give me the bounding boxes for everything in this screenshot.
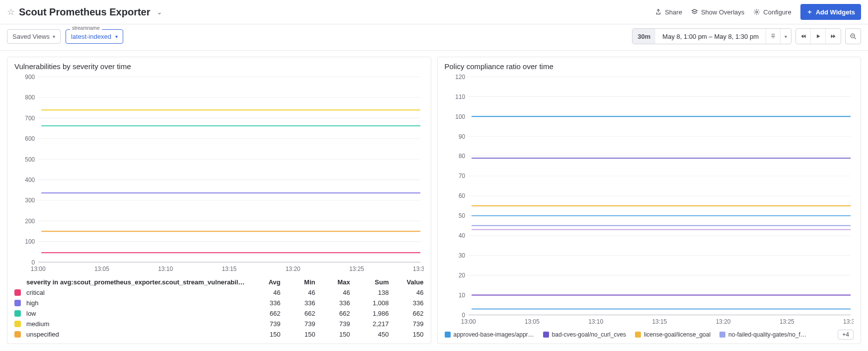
color-swatch	[14, 300, 21, 306]
table-row[interactable]: high 336 336 336 1,008 336	[14, 298, 424, 308]
svg-text:40: 40	[458, 232, 465, 239]
svg-text:13:30: 13:30	[843, 318, 854, 325]
svg-text:500: 500	[25, 156, 35, 163]
color-swatch	[14, 289, 21, 296]
svg-text:0: 0	[462, 312, 465, 319]
svg-text:200: 200	[25, 218, 35, 225]
svg-text:0: 0	[32, 259, 35, 266]
svg-text:13:15: 13:15	[222, 265, 237, 272]
table-row[interactable]: critical 46 46 46 138 46	[14, 287, 424, 298]
policy-legend: approved-base-images/appr…bad-cves-goal/…	[445, 330, 854, 340]
svg-text:13:25: 13:25	[349, 265, 364, 272]
chevron-down-icon: ▾	[115, 34, 118, 39]
svg-text:60: 60	[458, 192, 465, 199]
time-picker[interactable]: 30m May 8, 1:00 pm – May 8, 1:30 pm ▾	[632, 28, 791, 44]
forward-button[interactable]	[826, 29, 841, 44]
svg-text:70: 70	[458, 173, 465, 179]
svg-text:900: 900	[25, 74, 35, 81]
table-row[interactable]: medium 739 739 739 2,217 739	[14, 319, 424, 329]
svg-text:120: 120	[455, 74, 465, 81]
svg-text:13:20: 13:20	[715, 318, 730, 325]
star-icon[interactable]: ☆	[7, 6, 15, 17]
saved-views-dropdown[interactable]: Saved Views ▾	[7, 29, 61, 44]
page-title: Scout Prometheus Exporter	[19, 6, 151, 18]
share-button[interactable]: Share	[655, 8, 682, 16]
svg-text:13:30: 13:30	[413, 265, 423, 272]
severity-label: high	[26, 299, 246, 307]
layers-icon	[691, 8, 698, 15]
add-widgets-button[interactable]: ＋ Add Widgets	[800, 4, 861, 20]
svg-text:13:05: 13:05	[524, 318, 539, 325]
panel-title: Vulnerabilities by severity over time	[14, 62, 424, 71]
severity-label: low	[26, 310, 246, 317]
svg-text:100: 100	[25, 238, 35, 245]
table-row[interactable]: low 662 662 662 1,986 662	[14, 308, 424, 319]
svg-text:50: 50	[458, 212, 465, 219]
color-swatch	[719, 332, 725, 338]
severity-label: critical	[26, 289, 246, 296]
svg-text:13:00: 13:00	[31, 265, 46, 272]
vuln-chart[interactable]: 010020030040050060070080090013:0013:0513…	[14, 74, 424, 274]
svg-text:13:05: 13:05	[94, 265, 109, 272]
metric-header: severity in avg:scout_prometheus_exporte…	[26, 278, 246, 286]
color-swatch	[14, 321, 21, 327]
svg-text:100: 100	[455, 113, 465, 120]
svg-text:800: 800	[25, 94, 35, 101]
svg-text:13:00: 13:00	[461, 318, 475, 325]
svg-text:13:10: 13:10	[158, 265, 173, 272]
panel-title: Policy compliance ratio over time	[445, 62, 854, 71]
color-swatch	[635, 332, 641, 338]
panel-vulnerabilities: Vulnerabilities by severity over time 01…	[7, 57, 431, 344]
svg-text:30: 30	[458, 252, 465, 259]
legend-item[interactable]: approved-base-images/appr…	[445, 331, 534, 338]
svg-text:13:10: 13:10	[588, 318, 603, 325]
time-range-preset[interactable]: 30m	[632, 29, 655, 44]
legend-more-badge[interactable]: +4	[838, 330, 854, 340]
color-swatch	[14, 331, 21, 338]
legend-item[interactable]: no-failed-quality-gates/no_f…	[719, 331, 806, 338]
overlays-button[interactable]: Show Overlays	[691, 8, 744, 16]
legend-item[interactable]: license-goal/license_goal	[635, 331, 710, 338]
severity-label: medium	[26, 320, 246, 328]
svg-point-0	[756, 11, 758, 13]
table-row[interactable]: unspecified 150 150 150 450 150	[14, 329, 424, 340]
plus-icon: ＋	[806, 7, 813, 16]
rewind-button[interactable]	[796, 29, 811, 44]
svg-text:600: 600	[25, 135, 35, 142]
share-icon	[655, 8, 662, 15]
svg-text:13:25: 13:25	[779, 318, 794, 325]
streamname-label: streamname	[70, 25, 102, 31]
svg-text:10: 10	[458, 292, 465, 299]
gear-icon	[753, 8, 760, 15]
configure-button[interactable]: Configure	[753, 8, 791, 16]
chevron-down-icon: ▾	[53, 34, 55, 39]
time-dropdown-icon[interactable]: ▾	[780, 29, 791, 44]
color-swatch	[14, 310, 21, 317]
svg-text:300: 300	[25, 197, 35, 204]
svg-text:110: 110	[455, 93, 465, 100]
svg-text:13:20: 13:20	[286, 265, 301, 272]
zoom-out-button[interactable]	[845, 28, 861, 44]
severity-label: unspecified	[26, 331, 246, 338]
svg-text:20: 20	[458, 272, 465, 279]
title-dropdown-icon[interactable]: ⌄	[155, 6, 164, 18]
vuln-table: severity in avg:scout_prometheus_exporte…	[14, 277, 424, 340]
time-nav-group	[795, 28, 841, 44]
svg-text:90: 90	[458, 133, 465, 140]
svg-text:700: 700	[25, 115, 35, 122]
pin-icon[interactable]	[766, 29, 780, 44]
panel-policy: Policy compliance ratio over time 010203…	[437, 57, 862, 344]
svg-text:400: 400	[25, 176, 35, 183]
color-swatch	[445, 332, 451, 338]
policy-chart[interactable]: 010203040506070809010011012013:0013:0513…	[445, 74, 854, 327]
time-range-text: May 8, 1:00 pm – May 8, 1:30 pm	[655, 33, 766, 40]
color-swatch	[543, 332, 549, 338]
play-button[interactable]	[811, 29, 826, 44]
legend-item[interactable]: bad-cves-goal/no_curl_cves	[543, 331, 626, 338]
svg-text:13:15: 13:15	[652, 318, 667, 325]
streamname-dropdown[interactable]: streamname latest-indexed ▾	[66, 29, 123, 44]
svg-text:80: 80	[458, 153, 465, 160]
